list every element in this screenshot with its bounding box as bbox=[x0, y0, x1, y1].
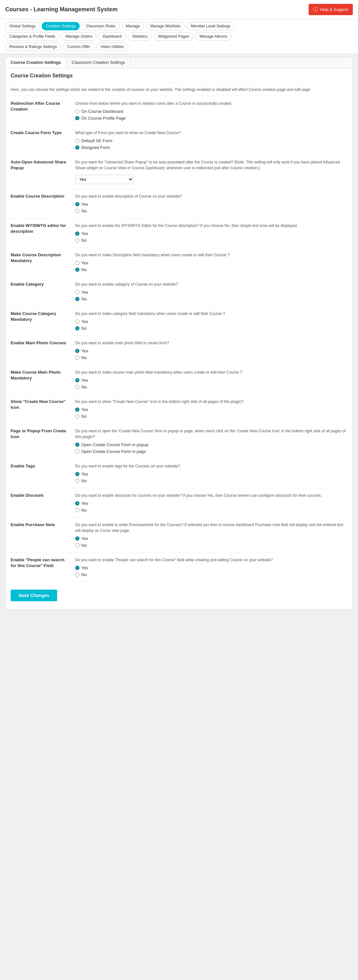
radio-item-course_form_type-1[interactable]: Designed Form bbox=[75, 145, 347, 150]
radio-group-category_mandatory: YesNo bbox=[75, 319, 347, 331]
settings-label-enable_description: Enable Course Description bbox=[11, 193, 75, 199]
radio-item-redirection-1[interactable]: On Course Profile Page bbox=[75, 116, 347, 121]
nav-btn-creation-settings[interactable]: Creation Settings bbox=[42, 22, 80, 30]
radio-label-main_photo_mandatory-1: No bbox=[82, 385, 87, 390]
radio-input-enable_purchase_note-1[interactable] bbox=[75, 543, 80, 547]
radio-input-show_create_icon-1[interactable] bbox=[75, 414, 80, 418]
settings-desc-page_or_popup: Do you want to open the 'Create New Cour… bbox=[75, 428, 347, 440]
help-support-button[interactable]: ⓘ Help & Support bbox=[308, 4, 353, 15]
radio-input-category_mandatory-0[interactable] bbox=[75, 320, 80, 324]
radio-input-main_photo_mandatory-1[interactable] bbox=[75, 385, 80, 389]
radio-input-desc_mandatory-1[interactable] bbox=[75, 267, 80, 272]
section-description: Here, you can choose the settings which … bbox=[5, 83, 353, 96]
radio-input-enable_tags-1[interactable] bbox=[75, 479, 80, 483]
radio-input-enable_description-1[interactable] bbox=[75, 209, 80, 213]
nav-btn-categories--profile-fields[interactable]: Categories & Profile Fields bbox=[5, 32, 59, 41]
save-changes-button[interactable]: Save Changes bbox=[11, 590, 57, 601]
radio-input-page_or_popup-0[interactable] bbox=[75, 442, 80, 447]
settings-desc-course_form_type: What type of Form you want to show on Cr… bbox=[75, 130, 347, 136]
radio-input-enable_purchase_note-0[interactable] bbox=[75, 536, 80, 541]
radio-item-enable_category-1[interactable]: No bbox=[75, 297, 347, 301]
nav-btn-reviews--ratings-settings[interactable]: Reviews & Ratings Settings bbox=[5, 43, 61, 51]
nav-btn-statistics[interactable]: Statistics bbox=[128, 32, 152, 41]
radio-label-redirection-0: On Course Dashboard bbox=[82, 109, 123, 114]
settings-desc-enable_description: Do you want to enable description of Cou… bbox=[75, 193, 347, 199]
radio-input-enable_tags-0[interactable] bbox=[75, 472, 80, 476]
nav-btn-member-level-settings[interactable]: Member Level Settings bbox=[187, 22, 235, 30]
radio-item-show_create_icon-1[interactable]: No bbox=[75, 414, 347, 419]
radio-input-enable_description-0[interactable] bbox=[75, 202, 80, 206]
settings-table: Redirection After Course CreationChoose … bbox=[5, 96, 353, 582]
radio-input-enable_people_search-0[interactable] bbox=[75, 566, 80, 570]
radio-item-enable_purchase_note-0[interactable]: Yes bbox=[75, 536, 347, 541]
radio-item-desc_mandatory-1[interactable]: No bbox=[75, 267, 347, 272]
radio-item-enable_tags-0[interactable]: Yes bbox=[75, 472, 347, 476]
radio-item-enable_tags-1[interactable]: No bbox=[75, 478, 347, 483]
sub-tab-classroom-creation-settings[interactable]: Classroom Creation Settings bbox=[67, 57, 130, 68]
radio-item-enable_main_photo-1[interactable]: No bbox=[75, 355, 347, 360]
settings-label-desc_mandatory: Make Course Description Mandatory bbox=[11, 252, 75, 264]
radio-item-desc_mandatory-0[interactable]: Yes bbox=[75, 261, 347, 265]
radio-label-enable_description-1: No bbox=[82, 208, 87, 213]
radio-input-category_mandatory-1[interactable] bbox=[75, 326, 80, 331]
radio-item-enable_main_photo-0[interactable]: Yes bbox=[75, 348, 347, 353]
nav-btn-classroom-roles[interactable]: Classroom Roles bbox=[82, 22, 120, 30]
radio-item-enable_wysiwyg-1[interactable]: No bbox=[75, 238, 347, 243]
radio-item-enable_wysiwyg-0[interactable]: Yes bbox=[75, 231, 347, 236]
nav-btn-manage-orders[interactable]: Manage Orders bbox=[61, 32, 96, 41]
nav-btn-dashboard[interactable]: Dashboard bbox=[99, 32, 126, 41]
settings-row-enable_discount: Enable DiscountDo you want to enable dis… bbox=[5, 488, 353, 517]
radio-input-redirection-1[interactable] bbox=[75, 116, 80, 120]
radio-item-main_photo_mandatory-0[interactable]: Yes bbox=[75, 378, 347, 383]
nav-btn-global-settings[interactable]: Global Settings bbox=[5, 22, 40, 30]
radio-item-enable_people_search-1[interactable]: No bbox=[75, 572, 347, 577]
radio-input-enable_wysiwyg-0[interactable] bbox=[75, 231, 80, 235]
radio-item-page_or_popup-1[interactable]: Open Create Course Form in page bbox=[75, 449, 347, 454]
radio-item-enable_category-0[interactable]: Yes bbox=[75, 290, 347, 294]
radio-input-enable_main_photo-0[interactable] bbox=[75, 349, 80, 353]
nav-btn-widgetized-pages[interactable]: Widgetized Pages bbox=[153, 32, 193, 41]
radio-item-main_photo_mandatory-1[interactable]: No bbox=[75, 385, 347, 390]
radio-label-enable_discount-0: Yes bbox=[82, 501, 88, 506]
radio-input-page_or_popup-1[interactable] bbox=[75, 449, 80, 453]
radio-item-page_or_popup-0[interactable]: Open Create Course Form in popup bbox=[75, 442, 347, 447]
radio-item-category_mandatory-0[interactable]: Yes bbox=[75, 319, 347, 324]
radio-input-main_photo_mandatory-0[interactable] bbox=[75, 378, 80, 382]
radio-input-show_create_icon-0[interactable] bbox=[75, 407, 80, 412]
radio-item-enable_description-0[interactable]: Yes bbox=[75, 202, 347, 207]
radio-item-category_mandatory-1[interactable]: No bbox=[75, 326, 347, 331]
nav-btn-manage[interactable]: Manage bbox=[122, 22, 144, 30]
nav-btn-manage-wishlists[interactable]: Manage Wishlists bbox=[146, 22, 185, 30]
radio-group-enable_category: YesNo bbox=[75, 290, 347, 301]
radio-input-enable_discount-0[interactable] bbox=[75, 501, 80, 506]
settings-desc-enable_category: Do you want to enable category of Course… bbox=[75, 282, 347, 287]
radio-input-enable_category-0[interactable] bbox=[75, 290, 80, 294]
radio-input-enable_discount-1[interactable] bbox=[75, 508, 80, 512]
radio-input-enable_category-1[interactable] bbox=[75, 297, 80, 301]
radio-item-enable_description-1[interactable]: No bbox=[75, 208, 347, 213]
radio-input-course_form_type-1[interactable] bbox=[75, 145, 80, 150]
settings-control-enable_discount: Do you want to enable discounts for cour… bbox=[75, 493, 347, 512]
select-auto_open_popup[interactable]: YesNo bbox=[75, 175, 133, 184]
radio-item-redirection-0[interactable]: On Course Dashboard bbox=[75, 109, 347, 114]
radio-item-enable_people_search-0[interactable]: Yes bbox=[75, 565, 347, 570]
settings-row-enable_description: Enable Course DescriptionDo you want to … bbox=[5, 189, 353, 218]
radio-input-enable_people_search-1[interactable] bbox=[75, 573, 80, 577]
radio-input-enable_main_photo-1[interactable] bbox=[75, 356, 80, 360]
radio-input-course_form_type-0[interactable] bbox=[75, 138, 80, 143]
nav-btn-manage-albums[interactable]: Manage Albums bbox=[195, 32, 232, 41]
radio-item-course_form_type-0[interactable]: Default SE Form bbox=[75, 138, 347, 143]
settings-row-page_or_popup: Page or Popup From Create IconDo you wan… bbox=[5, 423, 353, 459]
radio-input-desc_mandatory-0[interactable] bbox=[75, 261, 80, 265]
radio-item-enable_discount-0[interactable]: Yes bbox=[75, 501, 347, 506]
radio-item-enable_discount-1[interactable]: No bbox=[75, 508, 347, 512]
nav-btn-video-utilities[interactable]: Video Utilities bbox=[96, 43, 128, 51]
radio-input-enable_wysiwyg-1[interactable] bbox=[75, 238, 80, 242]
radio-input-redirection-0[interactable] bbox=[75, 109, 80, 113]
settings-label-enable_people_search: Enable "People can search for this Cours… bbox=[11, 557, 75, 569]
radio-item-show_create_icon-0[interactable]: Yes bbox=[75, 407, 347, 412]
settings-desc-enable_main_photo: Do you want to enable main photo field i… bbox=[75, 340, 347, 346]
sub-tab-course-creation-settings[interactable]: Course Creation Settings bbox=[5, 57, 67, 68]
nav-btn-custom-offer[interactable]: Custom Offer bbox=[63, 43, 94, 51]
radio-item-enable_purchase_note-1[interactable]: No bbox=[75, 543, 347, 548]
